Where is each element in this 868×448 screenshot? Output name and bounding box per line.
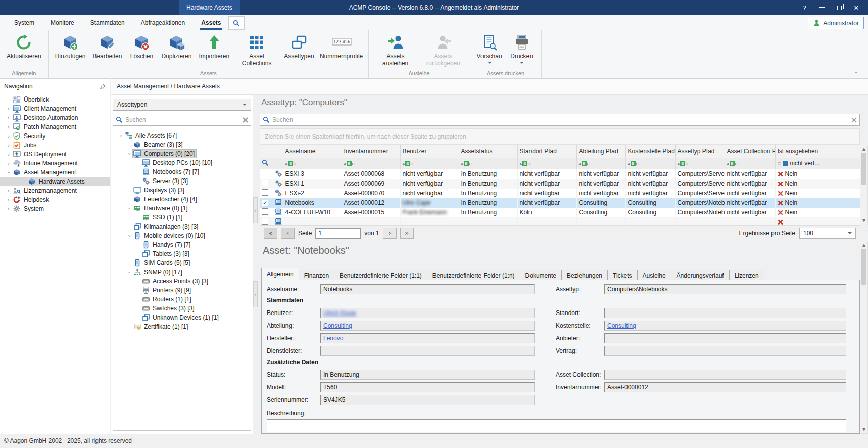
pin-icon[interactable] xyxy=(100,84,106,90)
field-assetname[interactable]: Notebooks xyxy=(320,284,535,294)
ribbon-button-nummernprofile[interactable]: 123 456Nummernprofile xyxy=(319,32,364,60)
filter-benutzer[interactable]: ABC xyxy=(400,158,459,169)
tab-beziehungen[interactable]: Beziehungen xyxy=(562,270,608,280)
ribbon-button-hinzuf-gen[interactable]: Hinzufügen xyxy=(53,32,88,60)
scroll-down-icon[interactable]: ▼ xyxy=(860,426,867,433)
scroll-down-icon[interactable]: ▼ xyxy=(860,217,867,225)
column-header-inventarnummer[interactable]: Inventarnummer xyxy=(342,145,400,158)
tree-search-input[interactable]: Suchen xyxy=(113,114,251,126)
column-header-assetname[interactable]: Assetname xyxy=(283,145,342,158)
column-header-benutzer[interactable]: Benutzer xyxy=(400,145,459,158)
menu-monitore[interactable]: Monitore xyxy=(42,15,82,30)
restore-button[interactable] xyxy=(833,0,846,15)
filter-abteilung-pfad[interactable]: ABC xyxy=(576,158,625,169)
table-row[interactable]: ESXi-2Asset-0000070nicht verfügbarIn Ben… xyxy=(260,189,860,198)
filter-ist-ausgeliehen[interactable]: =nicht verf... xyxy=(775,158,860,169)
collapse-panel-handle[interactable]: ‹ xyxy=(253,281,258,307)
tree-item-desktop-pcs-10-10[interactable]: Desktop PCs (10) [10] xyxy=(113,158,251,167)
row-checkbox[interactable] xyxy=(262,170,268,176)
tab-nderungsverlauf[interactable]: Änderungsverlauf xyxy=(671,270,730,280)
grid-scrollbar[interactable]: ▲ ▼ xyxy=(860,145,868,225)
close-button[interactable]: ✕ xyxy=(850,0,863,15)
chevron-collapsed-icon[interactable]: › xyxy=(5,133,12,140)
chevron-collapsed-icon[interactable]: › xyxy=(5,124,12,130)
tree-item-sim-cards-5-5[interactable]: SIM Cards (5) [5] xyxy=(113,258,251,267)
chevron-expanded-icon[interactable]: › xyxy=(6,169,12,176)
window-tab-hardware-assets[interactable]: Hardware Assets xyxy=(179,0,240,15)
column-header-abteilung-pfad[interactable]: Abteilung Pfad xyxy=(576,145,625,158)
ribbon-button-asset-collections[interactable]: Asset Collections xyxy=(234,32,279,68)
last-page-button[interactable]: » xyxy=(400,228,414,239)
column-header-assetstatus[interactable]: Assetstatus xyxy=(459,145,517,158)
field-dienstleister[interactable] xyxy=(320,346,535,356)
row-checkbox[interactable]: ✓ xyxy=(262,200,268,206)
tab-allgemein[interactable]: Allgemein xyxy=(261,268,299,280)
tree-item-alle-assets-67[interactable]: ›Alle Assets [67] xyxy=(113,131,251,140)
menu-search-button[interactable] xyxy=(228,16,245,30)
nav-item-security[interactable]: ›Security xyxy=(0,131,110,141)
prev-page-button[interactable]: ‹ xyxy=(281,228,295,239)
tab-finanzen[interactable]: Finanzen xyxy=(299,270,334,280)
scroll-up-icon[interactable]: ▲ xyxy=(860,241,867,249)
tree-item-tablets-3-3[interactable]: Tablets (3) [3] xyxy=(113,249,251,258)
nav-item-asset-management[interactable]: ›Asset Management xyxy=(0,168,110,177)
filter-asset-collection-pfad[interactable]: ABC xyxy=(725,158,775,169)
chevron-expanded-icon[interactable]: › xyxy=(126,232,133,239)
per-page-select[interactable]: 100 xyxy=(799,228,856,239)
filter-standort-pfad[interactable]: ABC xyxy=(517,158,576,169)
ribbon-button-duplizieren[interactable]: Duplizieren xyxy=(159,32,194,60)
tree-item-printers-9-9[interactable]: Printers (9) [9] xyxy=(113,286,251,295)
tab-ausleihe[interactable]: Ausleihe xyxy=(638,270,671,280)
chevron-collapsed-icon[interactable]: › xyxy=(5,151,12,158)
field-link-abteilung[interactable]: Consulting xyxy=(323,322,352,329)
tree-item-handys-7-7[interactable]: Handys (7) [7] xyxy=(113,240,251,249)
tree-item-unknown-devices-1-1[interactable]: Unknown Devices (1) [1] xyxy=(113,313,251,322)
nav-item-system[interactable]: ›System xyxy=(0,204,110,213)
tab-tickets[interactable]: Tickets xyxy=(608,270,638,280)
tab-lizenzen[interactable]: Lizenzen xyxy=(730,270,764,280)
nav-item-client-management[interactable]: ›Client Management xyxy=(0,104,110,113)
field-seriennummer[interactable]: SV4JK5 xyxy=(320,395,535,405)
chevron-collapsed-icon[interactable]: › xyxy=(5,160,12,167)
ribbon-button-vorschau[interactable]: Vorschau xyxy=(474,32,505,66)
menu-abfrageaktionen[interactable]: Abfrageaktionen xyxy=(133,15,193,30)
tree-item-displays-3-3[interactable]: Displays (3) [3] xyxy=(113,186,251,195)
tree-item-mobile-devices-0-10[interactable]: ›Mobile devices (0) [10] xyxy=(113,231,251,240)
field-link-hersteller[interactable]: Lenovo xyxy=(323,335,343,342)
chevron-expanded-icon[interactable]: › xyxy=(118,132,124,139)
filter-assetstatus[interactable]: ABC xyxy=(459,158,517,169)
detail-scrollbar[interactable]: ▲ ▼ xyxy=(860,241,868,434)
chevron-collapsed-icon[interactable]: › xyxy=(5,142,12,149)
nav-item-lizenzmanagement[interactable]: ›Lizenzmanagement xyxy=(0,186,110,195)
tree-item-routers-1-1[interactable]: Routers (1) [1] xyxy=(113,295,251,304)
clear-search-icon[interactable] xyxy=(851,117,857,123)
chevron-expanded-icon[interactable]: › xyxy=(126,268,133,276)
tab-benutzerdefinierte-felder-1-1[interactable]: Benutzerdefinierte Felder (1:1) xyxy=(334,270,427,280)
column-header-kostenstelle-pfad[interactable]: Kostenstelle Pfad xyxy=(625,145,675,158)
scroll-up-icon[interactable]: ▲ xyxy=(860,145,867,153)
field-standort[interactable] xyxy=(604,308,846,318)
nav-item-jobs[interactable]: ›Jobs xyxy=(0,141,110,150)
table-row[interactable] xyxy=(260,217,860,226)
ribbon-button-drucken[interactable]: Drucken xyxy=(507,32,537,66)
row-checkbox[interactable] xyxy=(262,208,268,215)
help-button[interactable]: ? xyxy=(798,0,811,15)
list-search-input[interactable]: Suchen xyxy=(260,114,860,126)
tree-item-server-3-3[interactable]: Server (3) [3] xyxy=(113,176,251,186)
chevron-collapsed-icon[interactable]: › xyxy=(5,188,12,194)
filter-inventarnummer[interactable]: ABC xyxy=(342,158,400,169)
minimize-button[interactable] xyxy=(815,0,829,15)
row-checkbox[interactable] xyxy=(262,218,268,225)
nav-item-intune-management[interactable]: ›Intune Management xyxy=(0,159,110,168)
row-checkbox[interactable] xyxy=(262,180,268,186)
field-beschreibung[interactable] xyxy=(267,419,846,432)
scroll-thumb[interactable] xyxy=(861,249,866,285)
clear-search-icon[interactable] xyxy=(243,117,248,123)
table-row[interactable]: ✓NotebooksAsset-0000012Ulric CapeIn Benu… xyxy=(260,198,860,208)
table-row[interactable]: ESXi-3Asset-0000068nicht verfügbarIn Ben… xyxy=(260,169,860,179)
filter-assettyp-pfad[interactable]: ABC xyxy=(675,158,725,169)
table-row[interactable]: ESXi-1Asset-0000069nicht verfügbarIn Ben… xyxy=(260,179,860,189)
menu-assets[interactable]: Assets xyxy=(193,15,229,30)
row-checkbox[interactable] xyxy=(262,189,268,196)
chevron-expanded-icon[interactable]: › xyxy=(126,150,133,157)
